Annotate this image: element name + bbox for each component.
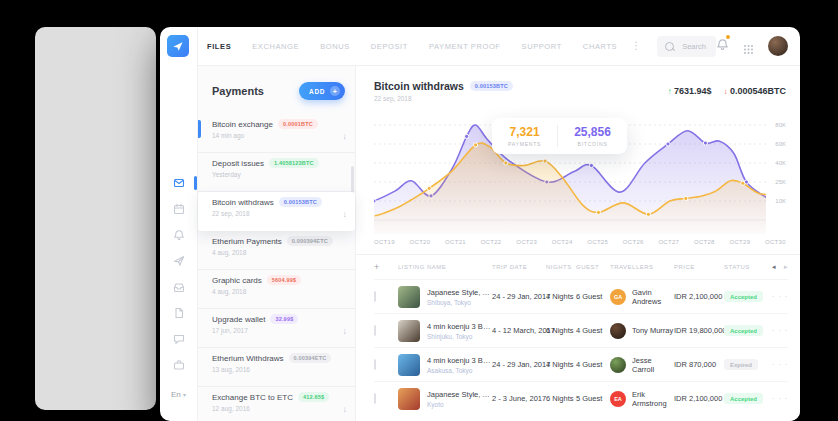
pager-prev-icon[interactable]: ◂ — [772, 263, 776, 271]
search-box[interactable] — [657, 36, 716, 57]
main-content: Bitcoin withdraws 0.00153BTC 22 sep, 201… — [356, 66, 800, 421]
payment-list-item[interactable]: Bitcoin withdraws 0.00153BTC 22 sep, 201… — [198, 192, 355, 231]
row-checkbox[interactable] — [374, 325, 376, 336]
nav-item[interactable]: BONUS — [320, 42, 350, 51]
column-header[interactable]: GUEST — [576, 264, 610, 270]
payment-date: 12 aug, 2016 — [212, 405, 329, 412]
row-checkbox[interactable] — [374, 393, 376, 404]
delta-down-value: 0.000546BTC — [730, 86, 786, 96]
row-menu-icon[interactable]: · · · — [766, 327, 788, 334]
language-label: En — [171, 390, 181, 399]
sidebar-bell-icon[interactable] — [173, 229, 185, 241]
payments-list: Bitcoin exchange 0.0001BTC 14 min ago ↓ — [198, 114, 355, 421]
payment-amount-badge: 5604.99$ — [267, 275, 302, 285]
traveller-avatar — [610, 323, 626, 339]
trip-date: 2 - 3 June, 2017 — [492, 394, 546, 403]
table-row[interactable]: Japanese Style, Tatami.. Shibuya, Tokyo … — [374, 279, 788, 313]
status-badge: Accepted — [724, 325, 763, 336]
payment-title: Graphic cards — [212, 276, 262, 285]
column-header[interactable]: PRICE — [674, 264, 724, 270]
table-row[interactable]: 4 min koenju 3 Bedroo.. Shinjuku, Tokyo … — [374, 313, 788, 347]
column-header[interactable]: NIGHTS — [546, 264, 576, 270]
price: IDR 870,000 — [674, 360, 724, 369]
apps-grid-icon[interactable] — [744, 45, 746, 47]
user-avatar[interactable] — [768, 36, 788, 56]
row-checkbox[interactable] — [374, 291, 376, 302]
payment-list-item[interactable]: Upgrade wallet 32.99$ 17 jun, 2017 ↓ — [198, 309, 355, 348]
add-payment-button[interactable]: ADD+ — [299, 82, 345, 100]
sidebar-mail-open-icon[interactable] — [173, 281, 185, 293]
payment-list-item[interactable]: Graphic cards 5604.99$ 4 aug, 2018 ↓ — [198, 270, 355, 309]
sidebar-chat-icon[interactable] — [173, 333, 185, 345]
download-icon[interactable]: ↓ — [343, 404, 348, 414]
chart-tooltip: 7,321 PAYMENTS 25,856 BITCOINS — [492, 118, 627, 154]
x-tick-label: OCT28 — [694, 239, 715, 245]
sidebar-rail: En ▾ — [160, 27, 198, 421]
pager-next-icon[interactable]: ▸ — [784, 263, 788, 271]
listing-location: Shinjuku, Tokyo — [427, 333, 492, 340]
payment-list-item[interactable]: Etherium Payments 0.000394ETC 4 aug, 201… — [198, 231, 355, 270]
nav-overflow-menu-icon[interactable]: ⋮ — [631, 41, 641, 51]
payment-date: 17 jun, 2017 — [212, 327, 298, 334]
payment-list-item[interactable]: Bitcoin exchange 0.0001BTC 14 min ago ↓ — [198, 114, 355, 153]
nav-item[interactable]: DEPOSIT — [371, 42, 408, 51]
payment-amount-badge: 1.4058123BTC — [269, 158, 319, 168]
payment-date: 13 aug, 2016 — [212, 366, 331, 373]
price: IDR 19,800,000 — [674, 326, 724, 335]
table-row[interactable]: Japanese Style, Tatami.. Kyoto 2 - 3 Jun… — [374, 381, 788, 415]
x-axis-labels: OCT19 OCT20 OCT21 OCT22 OCT23 OCT24 OCT2… — [374, 239, 786, 245]
x-tick-label: OCT30 — [765, 239, 786, 245]
payment-list-item[interactable]: Deposit issues 1.4058123BTC Yesterday ↓ — [198, 153, 355, 192]
sidebar-document-icon[interactable] — [173, 307, 185, 319]
column-header[interactable]: STATUS — [724, 264, 766, 270]
app-logo[interactable] — [167, 35, 189, 57]
column-header[interactable]: TRAVELLERS — [610, 264, 674, 270]
status-badge: Accepted — [724, 393, 763, 404]
search-input[interactable] — [680, 41, 708, 52]
trip-date: 4 - 12 March, 2017 — [492, 326, 546, 335]
download-icon[interactable]: ↓ — [343, 209, 348, 219]
payment-date: 22 sep, 2018 — [212, 210, 322, 217]
nav-item[interactable]: SUPPORT — [522, 42, 562, 51]
add-button-label: ADD — [309, 88, 325, 95]
row-menu-icon[interactable]: · · · — [766, 361, 788, 368]
chart-date: 22 sep, 2018 — [374, 95, 513, 102]
chart-header: Bitcoin withdraws 0.00153BTC 22 sep, 201… — [356, 66, 800, 102]
traveller-avatar — [610, 357, 626, 373]
tooltip-bitcoins-label: BITCOINS — [574, 141, 611, 147]
y-tick-label: 10K — [775, 198, 786, 204]
chart-amount-badge: 0.00153BTC — [470, 81, 513, 91]
table-row[interactable]: 4 min koenju 3 Bedroo.. Asakusa, Tokyo 2… — [374, 347, 788, 381]
row-menu-icon[interactable]: · · · — [766, 293, 788, 300]
nav-item[interactable]: CHARTS — [583, 42, 617, 51]
row-menu-icon[interactable]: · · · — [766, 395, 788, 402]
listing-name: Japanese Style, Tatami.. — [427, 288, 492, 297]
nav-item[interactable]: EXCHANGE — [252, 42, 299, 51]
payment-title: Etherium Payments — [212, 237, 282, 246]
notifications-bell-icon[interactable] — [716, 37, 729, 55]
plus-icon: + — [330, 86, 340, 96]
chart-area[interactable]: 10K25K40K60K80K 7,321 PAYMENTS 25,856 BI… — [374, 104, 786, 236]
column-header[interactable]: TRIP DATE — [492, 264, 546, 270]
payment-list-item[interactable]: Etherium Withdraws 0.00394ETC 13 aug, 20… — [198, 348, 355, 387]
y-tick-label: 40K — [775, 160, 786, 166]
nav-item[interactable]: FILES — [207, 42, 231, 51]
download-icon[interactable]: ↓ — [343, 131, 348, 141]
guests: 4 Guest — [576, 360, 610, 369]
nav-item[interactable]: PAYMENT PROOF — [429, 42, 501, 51]
download-icon[interactable]: ↓ — [343, 326, 348, 336]
sidebar-send-icon[interactable] — [173, 255, 185, 267]
guests: 6 Guest — [576, 292, 610, 301]
sidebar-calendar-icon[interactable] — [173, 203, 185, 215]
column-header[interactable]: LISTING NAME — [398, 264, 492, 270]
sidebar-briefcase-icon[interactable] — [173, 359, 185, 371]
row-checkbox[interactable] — [374, 359, 376, 370]
delta-up: ↑ 7631.94$ — [667, 86, 711, 96]
sidebar-inbox-icon[interactable] — [173, 177, 185, 189]
x-tick-label: OCT20 — [410, 239, 431, 245]
traveller-name: Gavin Andrews — [632, 288, 674, 306]
payment-list-item[interactable]: Exchange BTC to ETC 412.65$ 12 aug, 2016… — [198, 387, 355, 421]
add-row-button[interactable]: + — [374, 262, 398, 272]
language-selector[interactable]: En ▾ — [160, 390, 197, 399]
payment-amount-badge: 0.00394ETC — [289, 353, 332, 363]
